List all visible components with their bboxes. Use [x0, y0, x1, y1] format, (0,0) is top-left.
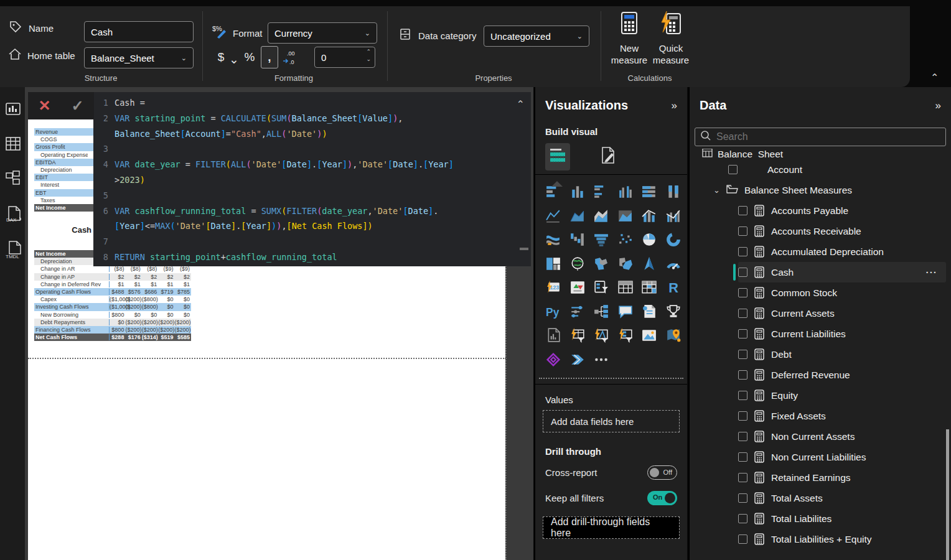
- treemap-icon[interactable]: [541, 252, 566, 276]
- stacked-area-chart-icon[interactable]: [589, 204, 614, 228]
- python-visual-icon[interactable]: Py: [541, 300, 566, 324]
- new-measure-button[interactable]: New measure: [607, 11, 651, 66]
- collapse-formula-bar-icon[interactable]: ⌃: [517, 98, 525, 110]
- dax-formula-editor[interactable]: 1Cash =2VAR starting_point = CALCULATE(S…: [93, 92, 531, 266]
- measure-item-cash[interactable]: Cash···: [738, 262, 946, 282]
- measure-item-deferred-revenue[interactable]: Deferred Revenue: [738, 365, 946, 385]
- tab-format-visual[interactable]: [596, 143, 620, 170]
- line-clustered-column-chart-icon[interactable]: [662, 204, 686, 228]
- waterfall-chart-icon[interactable]: [566, 228, 590, 252]
- dax-code[interactable]: 1Cash =2VAR starting_point = CALCULATE(S…: [93, 92, 531, 265]
- matrix-icon[interactable]: [637, 276, 662, 300]
- ai-visual-funnel-icon[interactable]: [614, 324, 638, 348]
- name-input[interactable]: [84, 21, 194, 42]
- measure-item-current-liabilities[interactable]: Current Liabilities: [738, 324, 946, 344]
- shape-map-icon[interactable]: [614, 252, 638, 276]
- data-category-select[interactable]: Uncategorized⌄: [484, 26, 589, 47]
- code-line[interactable]: 7: [93, 234, 531, 250]
- text-slicer-icon[interactable]: [566, 300, 590, 324]
- keep-all-filters-toggle[interactable]: On: [647, 491, 677, 505]
- measure-checkbox[interactable]: [738, 452, 747, 462]
- values-field-well[interactable]: Add data fields here: [543, 410, 680, 432]
- measure-checkbox[interactable]: [738, 329, 747, 338]
- drill-through-field-well[interactable]: Add drill-through fields here: [543, 516, 680, 539]
- decimal-places-button[interactable]: .00.0: [281, 47, 301, 67]
- azure-map-icon[interactable]: [637, 252, 662, 276]
- card-icon[interactable]: 123: [541, 276, 566, 300]
- measure-item-accumulated-depreciation[interactable]: Accumulated Depreciation: [738, 241, 946, 262]
- measure-checkbox[interactable]: [738, 534, 747, 544]
- measure-item-accounts-receivable[interactable]: Accounts Receivable: [738, 221, 946, 241]
- measure-checkbox[interactable]: [738, 247, 747, 256]
- measure-item-equity[interactable]: Equity: [738, 385, 946, 406]
- kpi-icon[interactable]: [566, 276, 590, 300]
- image-icon[interactable]: [637, 324, 662, 348]
- measure-checkbox[interactable]: [738, 350, 747, 359]
- 100-stacked-column-chart-icon[interactable]: [662, 180, 686, 204]
- paginated-report-icon[interactable]: [541, 324, 566, 348]
- measure-item-non-current-assets[interactable]: Non Current Assets: [738, 426, 946, 447]
- collapse-ribbon-icon[interactable]: ⌃: [930, 72, 939, 83]
- discard-formula-icon[interactable]: ✕: [38, 97, 50, 114]
- decomposition-tree-icon[interactable]: [589, 300, 614, 324]
- quick-measure-button[interactable]: Quick measure: [649, 11, 693, 66]
- code-line[interactable]: 6VAR cashflow_running_total = SUMX(FILTE…: [93, 203, 531, 219]
- pie-chart-icon[interactable]: [637, 228, 662, 252]
- metrics-icon[interactable]: [662, 300, 686, 324]
- code-line[interactable]: 4VAR date_year = FILTER(ALL('Date'[Date]…: [93, 157, 531, 172]
- code-line[interactable]: Balance_Sheet[Account]="Cash",ALL('Date'…: [93, 126, 531, 142]
- measure-checkbox[interactable]: [738, 226, 747, 236]
- power-automate-icon[interactable]: [566, 348, 590, 372]
- dax-query-view-button[interactable]: DAX: [5, 205, 21, 222]
- clustered-bar-chart-icon[interactable]: [589, 180, 614, 204]
- format-select[interactable]: Currency⌄: [268, 22, 377, 44]
- code-line[interactable]: 2VAR starting_point = CALCULATE(SUM(Bala…: [93, 111, 531, 126]
- funnel-chart-icon[interactable]: [589, 228, 614, 252]
- 100-stacked-bar-chart-icon[interactable]: [637, 180, 662, 204]
- measure-more-options-icon[interactable]: ···: [926, 267, 938, 278]
- report-view-button[interactable]: [5, 101, 21, 117]
- ribbon-chart-icon[interactable]: [541, 228, 566, 252]
- line-stacked-column-chart-icon[interactable]: [637, 204, 662, 228]
- filled-map-icon[interactable]: [589, 252, 614, 276]
- measure-checkbox[interactable]: [738, 473, 747, 482]
- decimal-precision-stepper[interactable]: ⌃⌄: [314, 47, 375, 68]
- power-apps-icon[interactable]: [541, 348, 566, 372]
- map-icon[interactable]: [566, 252, 590, 276]
- code-line[interactable]: 3: [93, 141, 531, 157]
- table-icon[interactable]: [614, 276, 638, 300]
- measure-item-non-current-liabilities[interactable]: Non Current Liabilities: [738, 447, 946, 467]
- code-line[interactable]: >2023): [93, 172, 531, 188]
- slicer-icon[interactable]: [589, 276, 614, 300]
- table-view-button[interactable]: [5, 136, 21, 152]
- model-view-button[interactable]: [5, 170, 21, 187]
- measure-checkbox[interactable]: [738, 268, 747, 277]
- measure-item-total-assets[interactable]: Total Assets: [738, 488, 946, 508]
- currency-caret-icon[interactable]: ⌄: [229, 52, 239, 67]
- collapse-visualizations-icon[interactable]: »: [672, 100, 677, 112]
- stepper-up-icon[interactable]: ⌃: [366, 49, 371, 55]
- collapse-data-pane-icon[interactable]: »: [935, 100, 941, 112]
- measure-checkbox[interactable]: [738, 206, 747, 215]
- currency-symbol-button[interactable]: $: [214, 47, 228, 67]
- decimal-precision-input[interactable]: [315, 47, 355, 67]
- measure-item-total-liabilities-equity[interactable]: Total Liabilities + Equity: [738, 529, 946, 549]
- data-search[interactable]: [695, 128, 946, 146]
- scatter-chart-icon[interactable]: [614, 228, 638, 252]
- measure-item-retained-earnings[interactable]: Retained Earnings: [738, 467, 946, 488]
- clustered-column-chart-icon[interactable]: [614, 180, 638, 204]
- measures-folder-row[interactable]: ⌄ Balance Sheet Measures: [713, 180, 946, 200]
- measure-item-total-liabilites[interactable]: Total Liabilites: [738, 508, 946, 529]
- stepper-down-icon[interactable]: ⌄: [366, 57, 371, 62]
- home-table-select[interactable]: Balance_Sheet⌄: [84, 47, 194, 68]
- qa-visual-icon[interactable]: [614, 300, 638, 324]
- get-more-visuals-icon[interactable]: [589, 348, 614, 372]
- smart-narrative-icon[interactable]: [637, 300, 662, 324]
- measure-item-accounts-payable[interactable]: Accounts Payable: [738, 200, 946, 221]
- ai-visual-a-icon[interactable]: [589, 324, 614, 348]
- 100-stacked-area-chart-icon[interactable]: [614, 204, 638, 228]
- code-line[interactable]: 5: [93, 188, 531, 203]
- field-item-account[interactable]: Account: [728, 159, 946, 180]
- measure-checkbox[interactable]: [738, 391, 747, 400]
- account-checkbox[interactable]: [728, 165, 738, 174]
